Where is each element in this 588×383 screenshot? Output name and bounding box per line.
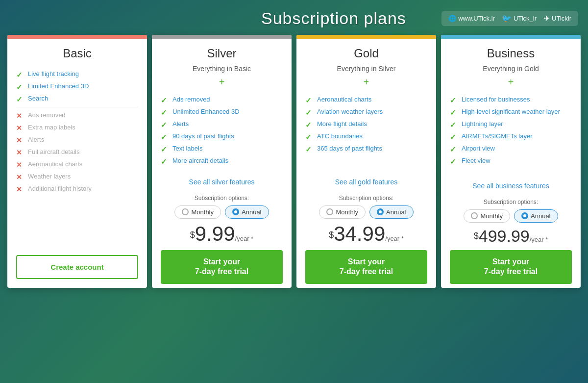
list-item: ✓ Limited Enhanced 3D xyxy=(16,80,138,93)
silver-radio-group: Monthly Annual xyxy=(161,205,283,219)
telegram-icon: ✈ xyxy=(543,14,550,23)
plan-gold-subscription: Subscription options: Monthly Annual $34… xyxy=(296,190,436,288)
web-icon: 🌐 xyxy=(448,15,456,22)
check-icon: ✓ xyxy=(450,133,458,141)
list-item: ✓ Fleet view xyxy=(450,155,572,167)
check-icon: ✓ xyxy=(305,121,313,128)
see-all-business-link[interactable]: See all business features xyxy=(441,176,581,194)
cross-icon: ✕ xyxy=(16,173,24,181)
business-monthly-option[interactable]: Monthly xyxy=(464,209,510,223)
subscription-label-business: Subscription options: xyxy=(450,199,572,205)
list-item: ✕ Full aircraft details xyxy=(16,146,138,158)
check-icon: ✓ xyxy=(16,83,24,91)
gold-radio-group: Monthly Annual xyxy=(305,205,427,219)
plan-silver-features: ✓ Ads removed ✓ Unlimited Enhanced 3D ✓ … xyxy=(152,89,292,172)
plan-gold: Gold Everything in Silver + ✓ Aeronautic… xyxy=(296,35,436,288)
check-icon: ✓ xyxy=(305,133,313,141)
plan-basic: Basic ✓ Live flight tracking ✓ Limited E… xyxy=(7,35,147,288)
list-item: ✕ Ads removed xyxy=(16,109,138,122)
check-icon: ✓ xyxy=(161,145,169,153)
check-icon: ✓ xyxy=(450,121,458,128)
plan-basic-name: Basic xyxy=(7,39,147,63)
page-header: Subscription plans 🌐 www.UTick.ir 🐦 UTic… xyxy=(0,0,588,33)
silver-cta-button[interactable]: Start your7-day free trial xyxy=(161,250,283,284)
list-item: ✓ 365 days of past flights xyxy=(305,143,427,155)
subscription-label-gold: Subscription options: xyxy=(305,195,427,202)
silver-price-dollar: $ xyxy=(190,230,195,240)
gold-price-amount: 34.99 xyxy=(334,222,385,245)
business-price-amount: 499.99 xyxy=(479,227,530,245)
check-icon: ✓ xyxy=(16,95,24,103)
check-icon: ✓ xyxy=(450,108,458,116)
create-account-button[interactable]: Create account xyxy=(16,255,138,279)
gold-annual-option[interactable]: Annual xyxy=(369,205,413,219)
business-price-period: /year * xyxy=(530,236,548,243)
silver-annual-radio[interactable] xyxy=(232,208,239,215)
silver-price: $9.99/year * xyxy=(161,224,283,244)
gold-monthly-radio[interactable] xyxy=(326,208,333,215)
list-item: ✓ Text labels xyxy=(161,143,283,155)
plan-gold-name: Gold xyxy=(296,39,436,63)
cross-icon: ✕ xyxy=(16,112,24,120)
plan-gold-features: ✓ Aeronautical charts ✓ Aviation weather… xyxy=(296,89,436,172)
list-item: ✓ Ads removed xyxy=(161,94,283,106)
gold-price-period: /year * xyxy=(385,235,404,242)
plan-silver: Silver Everything in Basic + ✓ Ads remov… xyxy=(152,35,292,288)
gold-monthly-option[interactable]: Monthly xyxy=(319,205,366,219)
business-cta-button[interactable]: Start your7-day free trial xyxy=(450,250,572,284)
twitter-link[interactable]: 🐦 UTick_ir xyxy=(502,14,537,23)
gold-price: $34.99/year * xyxy=(305,224,427,244)
silver-annual-option[interactable]: Annual xyxy=(225,205,269,219)
twitter-icon: 🐦 xyxy=(502,14,512,23)
list-item: ✓ Unlimited Enhanced 3D xyxy=(161,106,283,118)
check-icon: ✓ xyxy=(305,145,313,153)
cross-icon: ✕ xyxy=(16,149,24,156)
plan-silver-plus: + xyxy=(152,75,292,89)
list-item: ✕ Alerts xyxy=(16,134,138,146)
list-item: ✓ Live flight tracking xyxy=(16,68,138,80)
gold-annual-radio[interactable] xyxy=(377,208,384,215)
check-icon: ✓ xyxy=(161,96,169,104)
plan-silver-bar xyxy=(152,35,292,39)
telegram-link[interactable]: ✈ UTickir xyxy=(543,14,571,23)
business-annual-option[interactable]: Annual xyxy=(514,209,558,223)
plan-silver-subtitle: Everything in Basic xyxy=(152,63,292,75)
plan-gold-subtitle: Everything in Silver xyxy=(296,63,436,75)
list-item: ✓ High-level significant weather layer xyxy=(450,106,572,118)
check-icon: ✓ xyxy=(16,71,24,78)
cross-icon: ✕ xyxy=(16,161,24,169)
check-icon: ✓ xyxy=(305,96,313,104)
check-icon: ✓ xyxy=(161,108,169,116)
list-item: ✓ ATC boundaries xyxy=(305,130,427,143)
business-monthly-radio[interactable] xyxy=(471,212,478,219)
plan-business-subscription: Subscription options: Monthly Annual $49… xyxy=(441,194,581,288)
check-icon: ✓ xyxy=(450,157,458,165)
see-all-silver-link[interactable]: See all silver features xyxy=(152,172,292,190)
gold-cta-button[interactable]: Start your7-day free trial xyxy=(305,250,427,284)
cross-icon: ✕ xyxy=(16,185,24,193)
web-link[interactable]: 🌐 www.UTick.ir xyxy=(448,15,495,22)
list-item: ✓ Aeronautical charts xyxy=(305,94,427,106)
plans-container: Basic ✓ Live flight tracking ✓ Limited E… xyxy=(0,35,588,288)
check-icon: ✓ xyxy=(161,133,169,141)
plan-business-features: ✓ Licensed for businesses ✓ High-level s… xyxy=(441,89,581,176)
plan-gold-plus: + xyxy=(296,75,436,89)
business-annual-radio[interactable] xyxy=(521,212,528,219)
silver-monthly-option[interactable]: Monthly xyxy=(174,205,221,219)
cross-icon: ✕ xyxy=(16,124,24,132)
plan-silver-name: Silver xyxy=(152,39,292,63)
silver-monthly-radio[interactable] xyxy=(182,208,189,215)
plan-business-name: Business xyxy=(441,39,581,63)
check-icon: ✓ xyxy=(161,157,169,165)
plan-business: Business Everything in Gold + ✓ Licensed… xyxy=(441,35,581,288)
plan-business-bar xyxy=(441,35,581,39)
plan-business-plus: + xyxy=(441,75,581,89)
list-item: ✓ Airport view xyxy=(450,143,572,155)
page-title: Subscription plans xyxy=(226,9,442,28)
see-all-gold-link[interactable]: See all gold features xyxy=(296,172,436,190)
business-price: $499.99/year * xyxy=(450,228,572,244)
list-item: ✓ More aircraft details xyxy=(161,155,283,167)
list-item: ✓ Licensed for businesses xyxy=(450,94,572,106)
plan-basic-bar xyxy=(7,35,147,39)
subscription-label-silver: Subscription options: xyxy=(161,195,283,202)
